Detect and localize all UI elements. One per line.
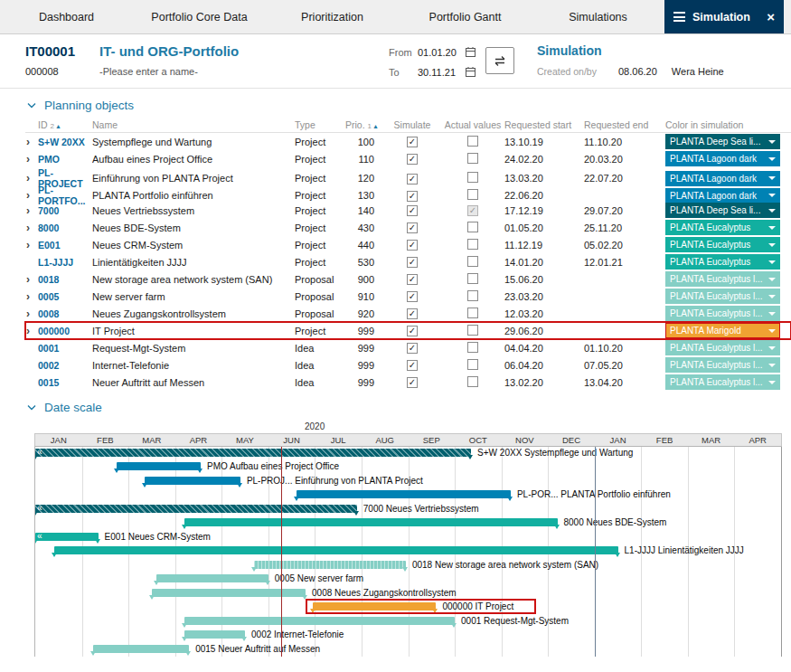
actual-values-checkbox[interactable] [467, 222, 478, 232]
column-header-prio[interactable]: Prio.1▲ [345, 119, 383, 130]
planning-row[interactable]: L1-JJJJLinientätigkeiten JJJJProject530✓… [25, 253, 791, 270]
close-icon[interactable]: × [767, 9, 775, 24]
gantt-bar[interactable] [117, 462, 201, 470]
gantt-bar[interactable] [184, 617, 455, 625]
row-id[interactable]: L1-JJJJ [38, 257, 92, 268]
simulate-checkbox[interactable]: ✓ [407, 154, 418, 165]
nav-tab-portfolio-core-data[interactable]: Portfolio Core Data [133, 0, 266, 33]
actual-values-checkbox[interactable] [467, 359, 478, 370]
expand-chevron-icon[interactable]: › [25, 174, 38, 183]
expand-chevron-icon[interactable]: › [25, 137, 38, 147]
actual-values-checkbox[interactable] [467, 290, 478, 301]
planning-row[interactable]: ›0018New storage area network system (SA… [25, 270, 791, 288]
actual-values-checkbox[interactable] [467, 376, 478, 387]
nav-tab-prioritization[interactable]: Prioritization [266, 0, 399, 33]
actual-values-checkbox[interactable] [467, 342, 478, 353]
row-id[interactable]: 8000 [38, 222, 92, 233]
expand-chevron-icon[interactable]: › [25, 206, 38, 215]
row-id[interactable]: PMO [38, 154, 92, 165]
planning-row[interactable]: ›PL-PORTFO...PLANTA Portfolio einführenP… [25, 185, 791, 202]
nav-tab-portfolio-gantt[interactable]: Portfolio Gantt [399, 0, 532, 33]
color-in-simulation-dropdown[interactable]: PLANTA Deep Sea li... [665, 134, 780, 149]
nav-tab-simulations[interactable]: Simulations [532, 0, 664, 33]
nav-tab-dashboard[interactable]: Dashboard [0, 0, 133, 33]
simulate-checkbox[interactable]: ✓ [407, 377, 418, 388]
gantt-bar[interactable]: « [35, 505, 357, 513]
simulate-checkbox[interactable]: ✓ [407, 308, 418, 319]
color-in-simulation-dropdown[interactable]: PLANTA Lagoon dark [665, 171, 780, 186]
gantt-bar[interactable] [184, 518, 558, 526]
gantt-bar[interactable] [93, 645, 189, 653]
color-in-simulation-dropdown[interactable]: PLANTA Eucalyptus [665, 254, 780, 270]
column-header-name[interactable]: Name [92, 119, 295, 130]
gantt-bar[interactable] [297, 490, 511, 498]
color-in-simulation-dropdown[interactable]: PLANTA Eucalyptus l... [665, 374, 780, 390]
color-in-simulation-dropdown[interactable]: PLANTA Eucalyptus l... [665, 306, 780, 321]
color-in-simulation-dropdown[interactable]: PLANTA Deep Sea li... [665, 203, 780, 218]
row-id[interactable]: PL-PORTFO... [38, 185, 92, 206]
color-in-simulation-dropdown[interactable]: PLANTA Eucalyptus l... [665, 340, 780, 355]
row-id[interactable]: 000000 [38, 326, 92, 336]
actual-values-checkbox[interactable] [467, 189, 478, 200]
refresh-button[interactable] [485, 47, 514, 74]
actual-values-checkbox[interactable] [467, 273, 478, 284]
planning-row[interactable]: ›7000Neues VertriebssystemProject140✓✓17… [25, 202, 791, 219]
to-date-field[interactable]: 30.11.21 [418, 67, 465, 78]
gantt-bar[interactable] [145, 477, 240, 485]
tab-simulation-active[interactable]: Simulation × [664, 0, 784, 33]
planning-row[interactable]: ›0008Neues ZugangskontrollsystemProposal… [25, 305, 791, 322]
planning-row[interactable]: 0002Internet-TelefonieIdea999✓06.04.2007… [25, 356, 791, 374]
row-id[interactable]: 0018 [38, 274, 92, 285]
expand-chevron-icon[interactable]: › [25, 241, 38, 250]
row-id[interactable]: E001 [38, 240, 92, 251]
simulate-checkbox[interactable]: ✓ [407, 137, 418, 147]
color-in-simulation-dropdown[interactable]: PLANTA Lagoon dark [665, 188, 780, 203]
column-header-actual-values[interactable]: Actual values [441, 119, 504, 130]
row-id[interactable]: 0005 [38, 291, 92, 302]
color-in-simulation-dropdown[interactable]: PLANTA Eucalyptus l... [665, 357, 780, 373]
actual-values-checkbox[interactable] [467, 136, 478, 147]
gantt-bar[interactable] [254, 561, 406, 569]
simulate-checkbox[interactable]: ✓ [407, 291, 418, 302]
simulate-checkbox[interactable]: ✓ [407, 274, 418, 285]
calendar-icon[interactable] [465, 66, 476, 78]
color-in-simulation-dropdown[interactable]: PLANTA Eucalyptus [665, 220, 780, 235]
column-header-requested-end[interactable]: Requested end [584, 119, 665, 130]
planning-row[interactable]: ›PL-PROJECTEinführung von PLANTA Project… [25, 167, 791, 185]
column-header-requested-start[interactable]: Requested start [504, 119, 584, 130]
expand-chevron-icon[interactable]: › [25, 292, 38, 301]
actual-values-checkbox[interactable] [467, 239, 478, 250]
gantt-bar[interactable] [54, 546, 618, 554]
expand-chevron-icon[interactable]: › [25, 309, 38, 318]
expand-chevron-icon[interactable]: › [25, 223, 38, 232]
simulate-checkbox[interactable]: ✓ [407, 191, 418, 202]
from-date-field[interactable]: 01.01.20 [418, 47, 465, 58]
simulate-checkbox[interactable]: ✓ [407, 222, 418, 233]
column-header-simulate[interactable]: Simulate [383, 119, 441, 130]
planning-row[interactable]: ›8000Neues BDE-SystemProject430✓01.05.20… [25, 219, 791, 236]
color-in-simulation-dropdown[interactable]: PLANTA Lagoon dark [665, 151, 780, 166]
actual-values-checkbox[interactable] [467, 325, 478, 336]
row-id[interactable]: 0001 [38, 343, 92, 354]
row-id[interactable]: 0008 [38, 308, 92, 319]
actual-values-checkbox[interactable] [467, 172, 478, 183]
simulate-checkbox[interactable]: ✓ [407, 360, 418, 371]
expand-chevron-icon[interactable]: › [25, 155, 38, 164]
planning-row[interactable]: ›000000IT ProjectProject999✓29.06.20PLAN… [25, 322, 791, 339]
portfolio-name-field[interactable]: -Please enter a name- [99, 66, 389, 77]
gantt-bar[interactable] [184, 630, 245, 639]
gantt-bar[interactable] [156, 574, 268, 582]
color-in-simulation-dropdown[interactable]: PLANTA Eucalyptus l... [665, 271, 780, 287]
actual-values-checkbox[interactable]: ✓ [467, 205, 478, 216]
expand-chevron-icon[interactable]: › [25, 327, 38, 336]
row-id[interactable]: S+W 20XX [38, 137, 92, 147]
row-id[interactable]: 0002 [38, 360, 92, 371]
simulate-checkbox[interactable]: ✓ [407, 326, 418, 336]
gantt-bar[interactable] [152, 589, 306, 597]
simulate-checkbox[interactable]: ✓ [407, 240, 418, 251]
column-header-id[interactable]: ID2▲ [38, 119, 92, 130]
simulate-checkbox[interactable]: ✓ [407, 257, 418, 268]
hamburger-menu-icon[interactable] [673, 12, 685, 22]
planning-row[interactable]: ›E001Neues CRM-SystemProject440✓11.12.19… [25, 236, 791, 253]
simulate-checkbox[interactable]: ✓ [407, 174, 418, 185]
